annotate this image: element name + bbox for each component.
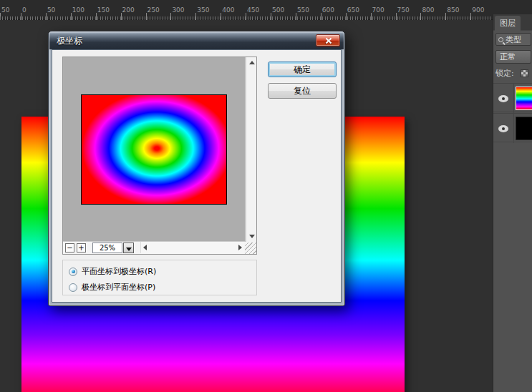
preview-box: − + 25%: [62, 57, 257, 255]
scroll-up-icon[interactable]: [249, 61, 255, 64]
ruler-label: 500: [272, 6, 284, 14]
blend-mode-dropdown[interactable]: 正常: [495, 50, 531, 64]
ruler-tick: [246, 13, 246, 20]
scroll-right-icon[interactable]: [238, 245, 242, 250]
search-icon: [498, 37, 503, 42]
ruler-tick: [321, 13, 321, 20]
ruler-tick: [71, 13, 72, 20]
ruler-tick: [21, 13, 21, 20]
eye-icon: [498, 125, 508, 132]
preview-viewport[interactable]: [63, 57, 246, 242]
ruler-tick: [96, 13, 97, 20]
ruler-tick: [420, 13, 421, 20]
layer-thumbnail-background[interactable]: [516, 117, 532, 140]
preview-horizontal-scrollbar[interactable]: [140, 242, 244, 253]
radio-button-icon[interactable]: [69, 268, 77, 276]
ruler-label: 750: [397, 6, 410, 14]
ruler-label: 600: [322, 6, 334, 14]
radio-label: 平面坐标到极坐标(R): [82, 266, 156, 277]
ruler-tick: [170, 13, 171, 20]
ruler-tick: [396, 13, 397, 20]
ruler-label: 50: [1, 6, 9, 14]
ruler-label: 900: [472, 6, 484, 14]
layer-row-gradient[interactable]: [493, 83, 532, 112]
zoom-out-button[interactable]: −: [65, 243, 74, 253]
ruler-label: 100: [72, 6, 84, 14]
resize-grip-icon[interactable]: [245, 242, 256, 254]
ruler-label: 650: [347, 6, 359, 14]
tab-layers[interactable]: 图层: [495, 16, 521, 31]
zoom-controls: − + 25%: [63, 242, 256, 254]
zoom-level-value[interactable]: 25%: [92, 242, 122, 253]
ruler-tick: [0, 13, 1, 20]
reset-button[interactable]: 复位: [268, 83, 337, 99]
preview-image: [81, 94, 227, 205]
ruler-label: 400: [222, 6, 234, 14]
close-button[interactable]: [316, 34, 340, 46]
ruler-tick: [271, 13, 271, 20]
scroll-left-icon[interactable]: [143, 245, 147, 250]
eye-icon: [498, 95, 508, 102]
preview-vertical-scrollbar[interactable]: [246, 57, 256, 242]
zoom-dropdown-button[interactable]: [123, 242, 134, 253]
ruler-tick: [146, 13, 147, 20]
lock-label: 锁定:: [495, 69, 514, 78]
ruler-label: 200: [122, 6, 135, 14]
ruler[interactable]: 5005010015020025030035040045050055060065…: [0, 0, 493, 20]
ruler-tick: [371, 13, 372, 20]
layer-filter-label: 类型: [506, 34, 521, 45]
ruler-tick: [221, 13, 221, 20]
lock-row: 锁定:: [495, 68, 532, 79]
close-icon: [325, 37, 332, 44]
dialog-body: − + 25% 平面坐标到极坐标(R) 极坐标到平面坐标(P): [52, 49, 342, 303]
layers-panel: 图层 类型 正常 锁定:: [493, 14, 532, 392]
ruler-tick: [296, 13, 296, 20]
ruler-label: 150: [97, 6, 110, 14]
ruler-tick: [121, 13, 122, 20]
conversion-option-group: 平面坐标到极坐标(R) 极坐标到平面坐标(P): [62, 260, 257, 295]
ruler-label: 0: [22, 6, 26, 14]
dialog-titlebar[interactable]: 极坐标: [49, 32, 344, 49]
panel-tab-bar: 图层: [493, 14, 532, 31]
ruler-label: 350: [197, 6, 209, 14]
radio-label: 极坐标到平面坐标(P): [82, 282, 155, 293]
ruler-tick: [195, 13, 196, 20]
lock-transparency-icon[interactable]: [521, 69, 528, 77]
scroll-down-icon[interactable]: [249, 235, 255, 238]
ruler-label: 850: [447, 6, 459, 14]
visibility-toggle[interactable]: [493, 114, 514, 143]
radio-rect-to-polar[interactable]: 平面坐标到极坐标(R): [69, 266, 156, 277]
ruler-tick: [470, 13, 471, 20]
layer-filter-dropdown[interactable]: 类型: [495, 33, 531, 46]
ok-button[interactable]: 确定: [268, 62, 337, 77]
ruler-tick: [346, 13, 347, 20]
ruler-tick: [46, 13, 47, 20]
radio-polar-to-rect[interactable]: 极坐标到平面坐标(P): [69, 282, 155, 293]
ruler-label: 450: [247, 6, 259, 14]
visibility-toggle[interactable]: [493, 84, 514, 113]
radio-button-icon[interactable]: [69, 283, 77, 292]
ruler-label: 700: [372, 6, 385, 14]
ruler-tick: [445, 13, 446, 20]
ruler-label: 250: [147, 6, 160, 14]
dialog-title: 极坐标: [57, 35, 82, 47]
layer-thumbnail-gradient[interactable]: [516, 87, 532, 110]
ruler-label: 550: [297, 6, 309, 14]
top-bar: 5005010015020025030035040045050055060065…: [0, 0, 532, 20]
polar-coordinates-dialog: 极坐标 − + 25%: [48, 31, 345, 306]
ruler-label: 800: [422, 6, 434, 14]
ruler-label: 50: [47, 6, 55, 14]
ruler-label: 300: [172, 6, 184, 14]
zoom-in-button[interactable]: +: [77, 243, 86, 253]
layer-row-background[interactable]: [493, 113, 532, 142]
